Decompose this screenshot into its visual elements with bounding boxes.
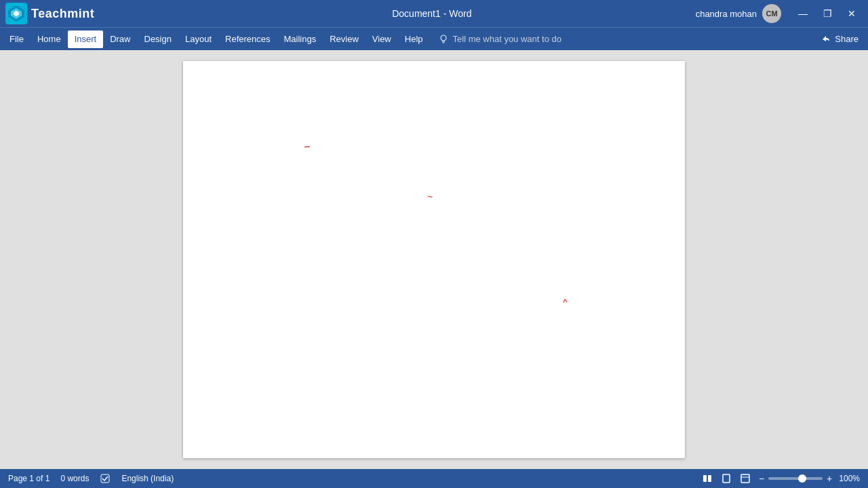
close-button[interactable]: ✕ [841,4,863,23]
menu-item-mailings[interactable]: Mailings [277,30,323,48]
svg-rect-10 [723,474,730,483]
title-bar: Teachmint Document1 - Word chandra mohan… [0,0,868,27]
document-area: ~ ~ ^ [0,50,868,469]
minimize-button[interactable]: — [792,4,814,23]
zoom-level[interactable]: 100% [839,474,860,483]
document-page[interactable]: ~ ~ ^ [183,61,685,458]
svg-rect-7 [101,474,109,483]
language: English (India) [121,474,174,483]
squiggle-3: ^ [562,297,568,308]
restore-button[interactable]: ❐ [816,4,838,23]
lightbulb-icon [438,34,449,45]
menu-item-help[interactable]: Help [398,30,430,48]
zoom-thumb[interactable] [798,474,806,483]
svg-rect-8 [703,475,707,482]
squiggle-1: ~ [303,140,311,153]
search-area[interactable]: Tell me what you want to do [438,34,561,45]
zoom-slider[interactable] [768,477,823,480]
print-layout-icon[interactable] [721,473,732,484]
svg-point-4 [441,35,446,41]
word-count: 0 words [60,474,89,483]
logo-area: Teachmint [5,3,168,24]
menu-item-home[interactable]: Home [31,30,68,48]
menu-item-references[interactable]: References [218,30,277,48]
menu-item-design[interactable]: Design [138,30,178,48]
menu-bar: File Home Insert Draw Design Layout Refe… [0,27,868,50]
menu-item-draw[interactable]: Draw [103,30,137,48]
zoom-minus-button[interactable]: − [759,473,764,484]
svg-rect-9 [708,475,711,482]
svg-rect-11 [741,474,749,483]
user-avatar[interactable]: CM [762,4,781,23]
logo-text: Teachmint [31,7,94,21]
status-right: − + 100% [702,473,860,484]
read-mode-icon[interactable] [702,473,713,484]
document-title: Document1 - Word [168,8,696,19]
zoom-plus-button[interactable]: + [827,473,832,484]
menu-item-file[interactable]: File [3,30,31,48]
menu-item-view[interactable]: View [366,30,398,48]
web-layout-icon[interactable] [740,473,751,484]
menu-item-insert[interactable]: Insert [68,30,104,48]
page-info: Page 1 of 1 [8,474,50,483]
menu-item-layout[interactable]: Layout [178,30,218,48]
share-label: Share [835,34,859,44]
teachmint-logo-icon [5,3,27,24]
share-icon [821,35,831,44]
user-info[interactable]: chandra mohan CM [696,4,781,23]
search-label[interactable]: Tell me what you want to do [453,34,561,44]
menu-item-review[interactable]: Review [323,30,366,48]
user-name: chandra mohan [696,9,757,19]
squiggle-2: ~ [427,191,433,203]
status-bar: Page 1 of 1 0 words English (India) − + … [0,469,868,488]
window-controls: — ❐ ✕ [792,4,863,23]
share-button[interactable]: Share [814,33,865,45]
zoom-controls: − + 100% [759,473,860,484]
proofing-icon[interactable] [100,473,111,484]
